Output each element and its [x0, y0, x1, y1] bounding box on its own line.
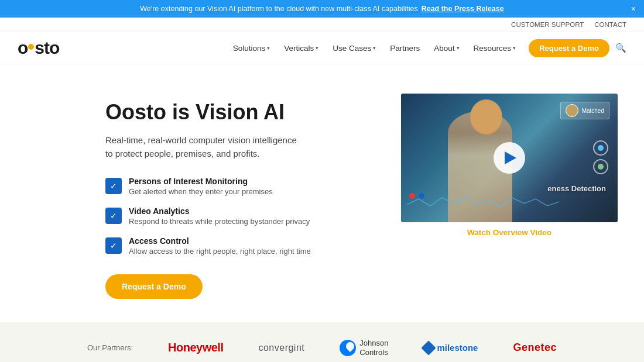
feature-desc: Respond to threats while protecting byst… — [129, 217, 310, 226]
chevron-down-icon: ▾ — [267, 45, 270, 51]
hero-left: Oosto is Vision AI Real-time, real-world… — [105, 94, 357, 299]
nav-link-partners[interactable]: Partners — [384, 39, 426, 57]
johnson-controls-text: JohnsonControls — [359, 339, 388, 357]
hero-title: Oosto is Vision AI — [105, 99, 357, 125]
check-icon: ✓ — [105, 237, 122, 254]
logo-sto: sto — [35, 38, 59, 58]
announcement-close-button[interactable]: × — [631, 4, 636, 13]
nav-item-resources[interactable]: Resources ▾ — [468, 39, 522, 57]
search-icon[interactable]: 🔍 — [615, 43, 626, 53]
hero-cta-button[interactable]: Request a Demo — [105, 274, 203, 299]
partners-section: Our Partners: Honeywell convergint Johns… — [0, 322, 644, 362]
list-item: ✓ Video Analytics Respond to threats whi… — [105, 206, 357, 226]
nav-item-cta[interactable]: Request a Demo — [524, 39, 609, 57]
announcement-bar: We're extending our Vision AI platform t… — [0, 0, 644, 18]
feature-content: Access Control Allow access to the right… — [129, 236, 311, 256]
announcement-text: We're extending our Vision AI platform t… — [140, 5, 417, 13]
nav-item-partners[interactable]: Partners — [384, 39, 426, 57]
partners-label: Our Partners: — [87, 343, 133, 352]
nav-item-about[interactable]: About ▾ — [428, 39, 465, 57]
convergint-logo-text: convergint — [258, 343, 304, 353]
hero-section: Oosto is Vision AI Real-time, real-world… — [0, 64, 644, 322]
video-background: Matched eness Detection — [401, 94, 618, 222]
chevron-down-icon: ▾ — [457, 45, 460, 51]
main-nav: osto Solutions ▾ Verticals ▾ Use Cases ▾… — [0, 32, 644, 64]
nav-link-use-cases[interactable]: Use Cases ▾ — [327, 39, 382, 57]
list-item: ✓ Access Control Allow access to the rig… — [105, 236, 357, 256]
contact-link[interactable]: CONTACT — [594, 21, 626, 28]
chevron-down-icon: ▾ — [316, 45, 318, 51]
video-person-head — [470, 99, 502, 135]
feature-content: Persons of Interest Monitoring Get alert… — [129, 177, 273, 196]
nav-cta-button[interactable]: Request a Demo — [529, 39, 609, 57]
nav-items: Solutions ▾ Verticals ▾ Use Cases ▾ Part… — [227, 39, 609, 57]
nav-link-about[interactable]: About ▾ — [428, 39, 465, 57]
customer-support-link[interactable]: CUSTOMER SUPPORT — [511, 21, 584, 28]
nav-item-solutions[interactable]: Solutions ▾ — [227, 39, 276, 57]
dot-inner — [598, 164, 604, 170]
secondary-nav: CUSTOMER SUPPORT CONTACT — [0, 18, 644, 32]
partner-logo-honeywell: Honeywell — [168, 341, 223, 354]
nav-item-use-cases[interactable]: Use Cases ▾ — [327, 39, 382, 57]
play-triangle-icon — [505, 151, 516, 164]
feature-title: Persons of Interest Monitoring — [129, 177, 273, 186]
watch-overview-video-link[interactable]: Watch Overview Video — [467, 228, 551, 237]
nav-item-verticals[interactable]: Verticals ▾ — [278, 39, 324, 57]
feature-desc: Allow access to the right people, right … — [129, 247, 311, 256]
video-dot — [593, 140, 608, 156]
check-icon: ✓ — [105, 208, 122, 224]
nav-link-resources[interactable]: Resources ▾ — [468, 39, 522, 57]
list-item: ✓ Persons of Interest Monitoring Get ale… — [105, 177, 357, 196]
video-avatar — [566, 104, 578, 117]
johnson-controls-icon — [340, 340, 356, 356]
video-play-button[interactable] — [494, 142, 525, 174]
partner-logo-convergint: convergint — [258, 343, 304, 353]
chevron-down-icon: ▾ — [373, 45, 376, 51]
genetec-logo-text: Genetec — [513, 342, 557, 354]
video-dots — [593, 140, 608, 174]
video-matched-badge: Matched — [560, 102, 609, 119]
milestone-diamond-icon — [422, 340, 436, 355]
matched-label: Matched — [582, 108, 604, 114]
feature-title: Access Control — [129, 236, 311, 246]
chevron-down-icon: ▾ — [513, 45, 516, 51]
hero-right: Matched eness Detection — [392, 94, 626, 237]
check-icon: ✓ — [105, 178, 122, 194]
partner-logo-milestone: milestone — [423, 343, 478, 353]
video-detection-label: eness Detection — [547, 184, 606, 193]
nav-link-solutions[interactable]: Solutions ▾ — [227, 39, 276, 57]
nav-link-verticals[interactable]: Verticals ▾ — [278, 39, 324, 57]
logo-o: o — [18, 38, 28, 58]
logo-dot — [28, 44, 34, 50]
feature-content: Video Analytics Respond to threats while… — [129, 206, 310, 226]
feature-title: Video Analytics — [129, 206, 310, 216]
video-thumbnail[interactable]: Matched eness Detection — [401, 94, 618, 222]
partner-logo-genetec: Genetec — [513, 342, 557, 354]
milestone-logo-text: milestone — [437, 343, 478, 353]
feature-desc: Get alerted when they enter your premise… — [129, 187, 273, 196]
video-wave — [407, 193, 559, 211]
honeywell-logo-text: Honeywell — [168, 341, 223, 354]
hero-subtitle: Real-time, real-world computer vision in… — [105, 134, 357, 160]
announcement-link[interactable]: Read the Press Release — [422, 5, 504, 13]
dot-inner — [598, 145, 604, 151]
partner-logo-johnson: JohnsonControls — [340, 339, 388, 357]
feature-list: ✓ Persons of Interest Monitoring Get ale… — [105, 177, 357, 256]
logo[interactable]: osto — [18, 38, 59, 58]
video-dot — [593, 159, 608, 174]
